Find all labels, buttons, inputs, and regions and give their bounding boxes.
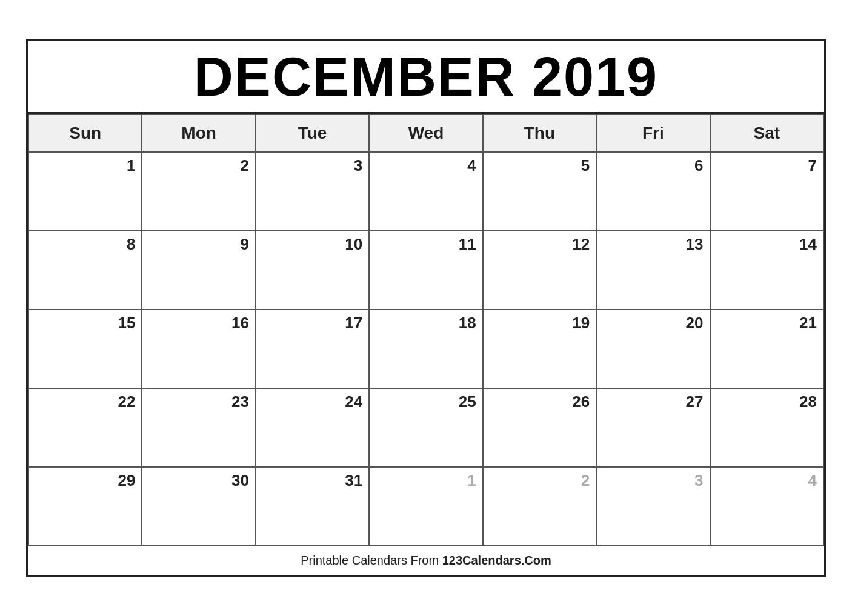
day-number: 17 (259, 314, 362, 333)
day-number: 2 (145, 156, 248, 175)
day-cell: 16 (142, 310, 255, 388)
day-cell: 17 (256, 310, 369, 388)
day-number: 15 (32, 314, 135, 333)
day-number: 22 (32, 392, 135, 411)
day-cell: 10 (256, 231, 369, 310)
day-number: 19 (486, 314, 590, 333)
day-cell: 11 (369, 231, 482, 310)
day-number: 26 (486, 392, 590, 411)
day-cell: 19 (483, 310, 596, 388)
day-cell: 14 (710, 231, 824, 310)
day-number: 4 (372, 156, 476, 175)
day-cell: 26 (483, 388, 596, 467)
week-row-4: 22232425262728 (28, 388, 824, 467)
day-number: 16 (145, 314, 248, 333)
day-number: 24 (259, 392, 362, 411)
footer-plain-text: Printable Calendars From (301, 554, 442, 567)
week-row-5: 2930311234 (28, 467, 824, 546)
day-cell: 3 (596, 467, 710, 546)
day-cell: 5 (483, 152, 596, 231)
day-cell: 8 (28, 231, 142, 310)
day-number: 3 (259, 156, 362, 175)
day-number: 5 (486, 156, 590, 175)
day-number: 9 (145, 235, 248, 254)
calendar-container: DECEMBER 2019 SunMonTueWedThuFriSat 1234… (26, 39, 826, 577)
day-number: 2 (486, 471, 590, 490)
day-header-mon: Mon (142, 114, 255, 152)
day-header-thu: Thu (483, 114, 596, 152)
day-cell: 20 (596, 310, 710, 388)
day-header-wed: Wed (369, 114, 482, 152)
calendar-grid: SunMonTueWedThuFriSat 123456789101112131… (28, 114, 824, 546)
day-cell: 1 (28, 152, 142, 231)
day-number: 1 (32, 156, 135, 175)
day-number: 27 (599, 392, 703, 411)
days-of-week-row: SunMonTueWedThuFriSat (28, 114, 824, 152)
footer-bold-text: 123Calendars.Com (442, 554, 551, 567)
day-cell: 30 (142, 467, 255, 546)
day-cell: 31 (256, 467, 369, 546)
day-cell: 25 (369, 388, 482, 467)
day-number: 7 (713, 156, 817, 175)
day-number: 18 (372, 314, 476, 333)
day-number: 29 (32, 471, 135, 490)
day-number: 8 (32, 235, 135, 254)
day-cell: 1 (369, 467, 482, 546)
day-cell: 4 (369, 152, 482, 231)
day-number: 6 (599, 156, 703, 175)
day-number: 20 (599, 314, 703, 333)
day-number: 13 (599, 235, 703, 254)
day-cell: 6 (596, 152, 710, 231)
day-number: 30 (145, 471, 248, 490)
day-header-sun: Sun (28, 114, 142, 152)
day-number: 21 (713, 314, 817, 333)
day-cell: 18 (369, 310, 482, 388)
day-cell: 9 (142, 231, 255, 310)
day-number: 11 (372, 235, 476, 254)
day-number: 1 (372, 471, 476, 490)
day-cell: 2 (483, 467, 596, 546)
day-number: 10 (259, 235, 362, 254)
day-cell: 13 (596, 231, 710, 310)
day-number: 28 (713, 392, 817, 411)
day-header-fri: Fri (596, 114, 710, 152)
day-number: 23 (145, 392, 248, 411)
day-number: 25 (372, 392, 476, 411)
day-cell: 29 (28, 467, 142, 546)
day-number: 14 (713, 235, 817, 254)
day-header-tue: Tue (256, 114, 369, 152)
week-row-3: 15161718192021 (28, 310, 824, 388)
day-number: 31 (259, 471, 362, 490)
day-cell: 22 (28, 388, 142, 467)
day-cell: 24 (256, 388, 369, 467)
day-cell: 23 (142, 388, 255, 467)
calendar-title: DECEMBER 2019 (28, 41, 824, 114)
day-cell: 28 (710, 388, 824, 467)
day-cell: 2 (142, 152, 255, 231)
day-cell: 21 (710, 310, 824, 388)
calendar-footer: Printable Calendars From 123Calendars.Co… (28, 546, 824, 575)
week-row-1: 1234567 (28, 152, 824, 231)
day-header-sat: Sat (710, 114, 824, 152)
day-cell: 4 (710, 467, 824, 546)
day-cell: 3 (256, 152, 369, 231)
day-number: 4 (713, 471, 817, 490)
week-row-2: 891011121314 (28, 231, 824, 310)
day-number: 3 (599, 471, 703, 490)
day-number: 12 (486, 235, 590, 254)
day-cell: 27 (596, 388, 710, 467)
day-cell: 15 (28, 310, 142, 388)
day-cell: 7 (710, 152, 824, 231)
day-cell: 12 (483, 231, 596, 310)
